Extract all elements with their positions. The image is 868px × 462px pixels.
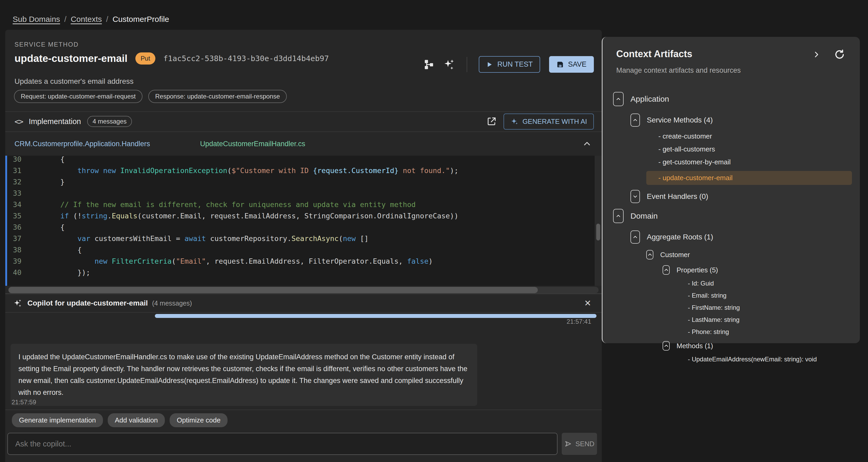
tree-leaf-phone-string[interactable]: - Phone: string — [602, 328, 860, 336]
send-label: SEND — [576, 440, 594, 448]
code-line-38[interactable]: 38{ — [7, 244, 602, 255]
chevron-up-icon[interactable] — [613, 92, 624, 106]
code-line-34[interactable]: 34// If the new email is different, chec… — [7, 199, 602, 210]
request-chip[interactable]: Request: update-customer-email-request — [14, 90, 143, 103]
tree-label: - get-customer-by-email — [658, 158, 731, 166]
page-title: update-customer-email — [14, 53, 127, 64]
tree-label: - create-customer — [658, 132, 712, 141]
namespace-label[interactable]: CRM.Customerprofile.Application.Handlers — [14, 140, 150, 148]
tree-node-aggregate-roots-1[interactable]: Aggregate Roots (1) — [602, 230, 860, 244]
chevron-up-icon[interactable] — [613, 209, 624, 223]
save-label: SAVE — [568, 60, 587, 68]
copilot-input[interactable] — [7, 433, 558, 455]
collapse-code-icon[interactable] — [583, 140, 591, 148]
run-test-button[interactable]: RUN TEST — [479, 56, 540, 73]
chevron-right-icon[interactable] — [812, 51, 820, 59]
code-line-30[interactable]: 30{ — [7, 156, 602, 165]
flow-diagram-icon[interactable] — [423, 59, 434, 70]
tree-node-application[interactable]: Application — [602, 92, 860, 106]
tree-label: - Id: Guid — [688, 280, 714, 287]
tree-label: Domain — [630, 212, 658, 220]
save-button[interactable]: SAVE — [549, 56, 594, 73]
line-number: 40 — [7, 267, 26, 278]
http-method-badge: Put — [135, 53, 155, 65]
tree-leaf-lastname-string[interactable]: - LastName: string — [602, 316, 860, 324]
code-text: var customersWithEmail = await customerR… — [26, 233, 369, 244]
tree-leaf-id-guid[interactable]: - Id: Guid — [602, 280, 860, 287]
copilot-title: Copilot for update-customer-email — [27, 299, 148, 307]
breadcrumb-contexts[interactable]: Contexts — [70, 15, 102, 24]
line-number: 31 — [7, 165, 26, 176]
close-icon[interactable]: ✕ — [584, 298, 591, 308]
tree-leaf-get-customer-by-email[interactable]: - get-customer-by-email — [602, 158, 860, 166]
filename-label[interactable]: UpdateCustomerEmailHandler.cs — [200, 140, 305, 148]
code-editor[interactable]: 30{31throw new InvalidOperationException… — [5, 156, 602, 286]
chevron-up-icon[interactable] — [630, 114, 640, 127]
code-line-35[interactable]: 35if (!string.Equals(customer.Email, req… — [7, 210, 602, 221]
code-line-31[interactable]: 31throw new InvalidOperationException($"… — [7, 165, 602, 176]
breadcrumb-sub-domains[interactable]: Sub Domains — [13, 15, 60, 24]
tree-node-customer[interactable]: Customer — [602, 249, 860, 260]
tree-label: Methods (1) — [677, 342, 713, 350]
chevron-up-icon[interactable] — [630, 230, 640, 244]
code-line-36[interactable]: 36{ — [7, 221, 602, 233]
code-horizontal-scrollbar-thumb[interactable] — [8, 287, 538, 293]
send-icon — [564, 440, 572, 448]
code-vertical-scrollbar[interactable] — [595, 156, 602, 286]
chevron-up-icon[interactable] — [662, 265, 670, 275]
chevron-up-icon[interactable] — [646, 250, 653, 259]
code-line-40[interactable]: 40}); — [7, 267, 602, 278]
tree-leaf-update-customer-email[interactable]: - update-customer-email — [646, 171, 852, 185]
line-number: 33 — [7, 188, 26, 199]
tree-node-properties-5[interactable]: Properties (5) — [602, 265, 860, 276]
panel-title: Context Artifacts — [616, 49, 692, 60]
quick-action-add-validation[interactable]: Add validation — [108, 413, 165, 427]
tree-label: Properties (5) — [677, 266, 718, 274]
implementation-title: Implementation — [29, 117, 81, 126]
open-in-new-icon[interactable] — [487, 116, 497, 126]
sparkles-icon[interactable] — [443, 59, 455, 70]
code-text: new FilterCriteria("Email", request.Emai… — [26, 255, 433, 267]
quick-action-optimize-code[interactable]: Optimize code — [169, 413, 227, 427]
chevron-down-icon[interactable] — [630, 190, 640, 203]
code-horizontal-scrollbar[interactable] — [5, 287, 602, 294]
code-line-32[interactable]: 32} — [7, 176, 602, 188]
tree-node-service-methods-4[interactable]: Service Methods (4) — [602, 113, 860, 127]
panel-subtitle: Manage context artifacts and resources — [616, 66, 741, 74]
play-icon — [486, 61, 493, 68]
code-line-39[interactable]: 39new FilterCriteria("Email", request.Em… — [7, 255, 602, 267]
code-text: if (!string.Equals(customer.Email, reque… — [26, 210, 459, 221]
code-text: }); — [26, 267, 90, 278]
tree-label: - get-all-customers — [658, 145, 715, 153]
tree-node-domain[interactable]: Domain — [602, 209, 860, 223]
refresh-icon[interactable] — [834, 49, 845, 60]
tree-leaf-firstname-string[interactable]: - FirstName: string — [602, 304, 860, 311]
sparkle-icon — [510, 118, 518, 125]
tree-label: Customer — [660, 251, 690, 259]
copilot-messages-count: (4 messages) — [152, 300, 192, 307]
section-eyebrow: SERVICE METHOD — [14, 41, 79, 48]
line-number: 30 — [7, 156, 26, 165]
tree-leaf-email-string[interactable]: - Email: string — [602, 292, 860, 299]
code-vertical-scrollbar-thumb[interactable] — [596, 224, 600, 241]
code-line-37[interactable]: 37var customersWithEmail = await custome… — [7, 233, 602, 244]
tree-leaf-get-all-customers[interactable]: - get-all-customers — [602, 145, 860, 153]
code-line-33[interactable]: 33 — [7, 188, 602, 199]
chevron-up-icon[interactable] — [662, 341, 670, 350]
code-text: } — [26, 176, 64, 188]
assistant-message-bubble: I updated the UpdateCustomerEmailHandler… — [10, 344, 477, 406]
tree-label: - update-customer-email — [658, 174, 733, 182]
tree-node-methods-1[interactable]: Methods (1) — [602, 340, 860, 351]
quick-action-generate-implementation[interactable]: Generate implementation — [12, 413, 103, 427]
tree-leaf-create-customer[interactable]: - create-customer — [602, 132, 860, 141]
generate-with-ai-label: GENERATE WITH AI — [523, 118, 587, 126]
line-number: 32 — [7, 176, 26, 188]
response-chip[interactable]: Response: update-customer-email-response — [148, 90, 287, 103]
tree-label: - FirstName: string — [688, 304, 740, 311]
generate-with-ai-button[interactable]: GENERATE WITH AI — [503, 114, 594, 130]
service-method-description: Updates a customer's email address — [14, 77, 133, 86]
send-button[interactable]: SEND — [562, 433, 597, 455]
tree-leaf-updateemailaddress-newemail-string-void[interactable]: - UpdateEmailAddress(newEmail: string): … — [602, 356, 860, 363]
tree-label: Event Handlers (0) — [647, 192, 708, 201]
tree-node-event-handlers-0[interactable]: Event Handlers (0) — [602, 190, 860, 203]
